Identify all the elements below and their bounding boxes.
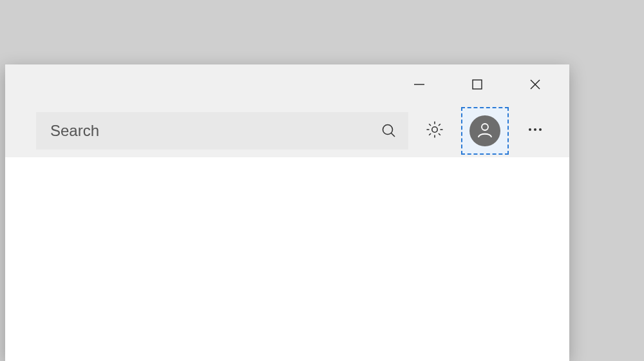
close-button[interactable] bbox=[506, 64, 564, 104]
svg-line-13 bbox=[439, 124, 440, 126]
titlebar bbox=[5, 64, 569, 104]
svg-point-17 bbox=[534, 128, 536, 131]
app-window bbox=[5, 64, 569, 361]
svg-point-4 bbox=[383, 125, 393, 135]
svg-line-14 bbox=[429, 133, 431, 135]
maximize-icon bbox=[471, 78, 484, 91]
more-icon bbox=[526, 121, 544, 141]
search-icon bbox=[379, 121, 399, 141]
close-icon bbox=[529, 78, 542, 91]
more-button[interactable] bbox=[516, 112, 554, 150]
avatar bbox=[469, 115, 500, 146]
svg-point-16 bbox=[529, 128, 531, 131]
svg-point-6 bbox=[432, 127, 437, 132]
svg-point-15 bbox=[482, 124, 488, 130]
account-button-highlight bbox=[461, 107, 509, 155]
svg-line-11 bbox=[429, 124, 431, 126]
account-button[interactable] bbox=[469, 115, 500, 146]
search-box[interactable] bbox=[36, 112, 408, 150]
minimize-icon bbox=[413, 78, 426, 91]
person-icon bbox=[475, 120, 495, 142]
search-input[interactable] bbox=[50, 122, 379, 140]
minimize-button[interactable] bbox=[390, 64, 448, 104]
content-area bbox=[5, 157, 569, 361]
svg-rect-1 bbox=[473, 80, 482, 89]
svg-line-5 bbox=[392, 133, 395, 137]
svg-line-12 bbox=[439, 133, 440, 135]
svg-point-18 bbox=[539, 128, 542, 131]
maximize-button[interactable] bbox=[448, 64, 506, 104]
toolbar bbox=[5, 104, 569, 157]
settings-button[interactable] bbox=[416, 112, 453, 150]
gear-icon bbox=[425, 120, 444, 142]
